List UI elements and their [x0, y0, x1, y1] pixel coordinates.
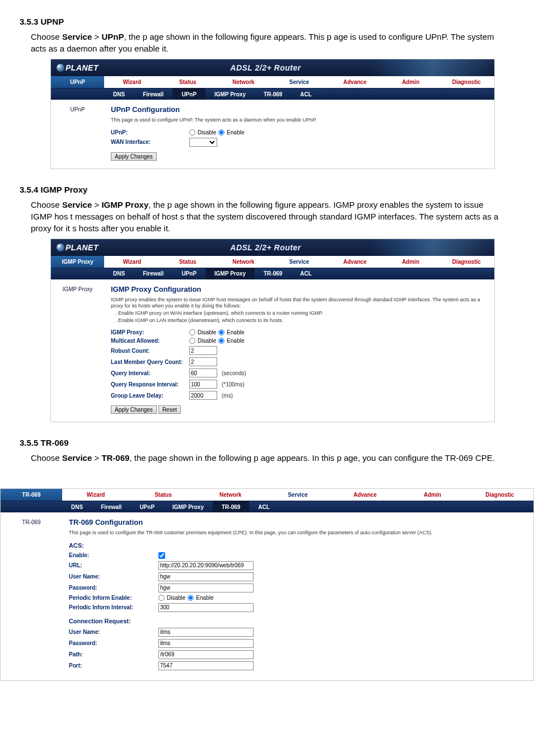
robust-label: Robust Count: — [111, 348, 189, 354]
conf-desc: IGMP proxy enables the system to issue I… — [111, 297, 488, 324]
tab-advance[interactable]: Advance — [327, 256, 383, 268]
igmp-disable-text: Disable — [198, 329, 216, 335]
side-label: TR-069 — [1, 512, 62, 680]
reset-button[interactable]: Reset — [158, 405, 181, 414]
tab-status[interactable]: Status — [160, 256, 216, 268]
conf-title: IGMP Proxy Configuration — [111, 285, 488, 293]
apply-changes-button[interactable]: Apply Changes — [111, 152, 157, 161]
banner-title: ADSL 2/2+ Router — [104, 243, 494, 252]
subtab-firewall[interactable]: Firewall — [92, 501, 130, 512]
screenshot-tr069: TR-069 Wizard Status Network Service Adv… — [0, 488, 534, 681]
subtab-acl[interactable]: ACL — [291, 88, 321, 100]
subtab-upnp[interactable]: UPnP — [130, 501, 163, 512]
tab-admin[interactable]: Admin — [383, 76, 439, 88]
subtab-tr069[interactable]: TR-069 — [255, 268, 291, 279]
subtab-upnp[interactable]: UPnP — [172, 268, 205, 279]
tab-wizard[interactable]: Wizard — [62, 489, 129, 501]
apply-changes-button[interactable]: Apply Changes — [111, 405, 157, 414]
periodic-disable-radio[interactable] — [158, 595, 165, 601]
tab-service[interactable]: Service — [271, 256, 327, 268]
subtab-firewall[interactable]: Firewall — [134, 88, 172, 100]
router-header: PLANET ADSL 2/2+ Router — [51, 59, 494, 76]
tab-network[interactable]: Network — [197, 489, 264, 501]
tab-status[interactable]: Status — [129, 489, 196, 501]
conf-desc: This page is used to configure UPnP. The… — [111, 117, 488, 124]
igmp-enable-radio[interactable] — [218, 329, 224, 335]
query-interval-label: Query Interval: — [111, 370, 189, 376]
subtab-upnp[interactable]: UPnP — [172, 88, 205, 100]
robust-input[interactable] — [189, 346, 217, 355]
conf-title: TR-069 Configuration — [69, 518, 527, 526]
user-input[interactable] — [158, 572, 254, 581]
tab-admin[interactable]: Admin — [383, 256, 439, 268]
subtab-dns[interactable]: DNS — [62, 501, 92, 512]
tab-tr069-active[interactable]: TR-069 — [1, 489, 62, 501]
periodic-enable-radio[interactable] — [188, 595, 194, 601]
tab-upnp-active[interactable]: UPnP — [51, 76, 104, 88]
query-resp-input[interactable] — [189, 380, 217, 389]
main-tabs: TR-069 Wizard Status Network Service Adv… — [1, 489, 533, 501]
igmp-disable-radio[interactable] — [189, 329, 195, 335]
side-label: IGMP Proxy — [51, 279, 104, 422]
conn-pass-input[interactable] — [158, 639, 254, 648]
subtab-acl[interactable]: ACL — [291, 268, 321, 279]
tab-diagnostic[interactable]: Diagnostic — [438, 76, 494, 88]
tab-status[interactable]: Status — [160, 76, 216, 88]
conn-user-input[interactable] — [158, 628, 254, 637]
screenshot-upnp: PLANET ADSL 2/2+ Router UPnP Wizard Stat… — [50, 59, 495, 169]
igmp-proxy-label: IGMP Proxy: — [111, 329, 189, 335]
periodic-interval-input[interactable] — [158, 603, 254, 612]
tab-network[interactable]: Network — [216, 256, 271, 268]
tab-advance[interactable]: Advance — [327, 76, 383, 88]
port-label: Port: — [69, 662, 158, 669]
conn-user-label: User Name: — [69, 629, 158, 635]
query-resp-unit: (*100ms) — [222, 381, 245, 388]
globe-icon — [57, 64, 64, 72]
multicast-disable-radio[interactable] — [189, 338, 195, 344]
subtab-acl[interactable]: ACL — [249, 501, 279, 512]
tab-igmp-active[interactable]: IGMP Proxy — [51, 256, 104, 268]
multicast-label: Multicast Allowed: — [111, 338, 189, 344]
tab-diagnostic[interactable]: Diagnostic — [466, 489, 533, 501]
subtab-firewall[interactable]: Firewall — [134, 268, 172, 279]
group-leave-input[interactable] — [189, 391, 217, 400]
subtab-igmp[interactable]: IGMP Proxy — [163, 501, 213, 512]
router-header: PLANET ADSL 2/2+ Router — [51, 239, 494, 256]
wan-select[interactable] — [189, 138, 217, 147]
tab-wizard[interactable]: Wizard — [104, 76, 160, 88]
tab-wizard[interactable]: Wizard — [104, 256, 160, 268]
periodic-enable-text: Enable — [196, 595, 213, 601]
pass-label: Password: — [69, 585, 158, 591]
path-input[interactable] — [158, 650, 254, 659]
tab-service[interactable]: Service — [264, 489, 331, 501]
pass-input[interactable] — [158, 584, 254, 592]
subtab-igmp[interactable]: IGMP Proxy — [205, 88, 255, 100]
multicast-enable-radio[interactable] — [218, 338, 224, 344]
url-input[interactable] — [158, 561, 254, 570]
upnp-enable-radio[interactable] — [218, 129, 224, 136]
upnp-label: UPnP: — [111, 129, 189, 136]
enable-checkbox[interactable] — [158, 552, 165, 559]
upnp-disable-radio[interactable] — [189, 129, 195, 136]
subtab-dns[interactable]: DNS — [104, 268, 134, 279]
last-input[interactable] — [189, 357, 217, 366]
sub-tabs: DNS Firewall UPnP IGMP Proxy TR-069 ACL — [51, 268, 494, 279]
section-heading-igmp: 3.5.4 IGMP Proxy — [20, 185, 514, 194]
port-input[interactable] — [158, 661, 254, 670]
tab-service[interactable]: Service — [271, 76, 327, 88]
subtab-dns[interactable]: DNS — [104, 88, 134, 100]
tab-network[interactable]: Network — [216, 76, 271, 88]
subtab-igmp[interactable]: IGMP Proxy — [205, 268, 255, 279]
query-interval-unit: (seconds) — [222, 370, 246, 376]
section-heading-tr069: 3.5.5 TR-069 — [20, 438, 514, 447]
wan-label: WAN Interface: — [111, 139, 189, 145]
tab-diagnostic[interactable]: Diagnostic — [438, 256, 494, 268]
brand-logo: PLANET — [51, 63, 104, 72]
main-tabs: IGMP Proxy Wizard Status Network Service… — [51, 256, 494, 268]
query-interval-input[interactable] — [189, 368, 217, 377]
tab-advance[interactable]: Advance — [331, 489, 399, 501]
main-tabs: UPnP Wizard Status Network Service Advan… — [51, 76, 494, 88]
subtab-tr069[interactable]: TR-069 — [213, 501, 249, 512]
tab-admin[interactable]: Admin — [399, 489, 466, 501]
subtab-tr069[interactable]: TR-069 — [255, 88, 291, 100]
